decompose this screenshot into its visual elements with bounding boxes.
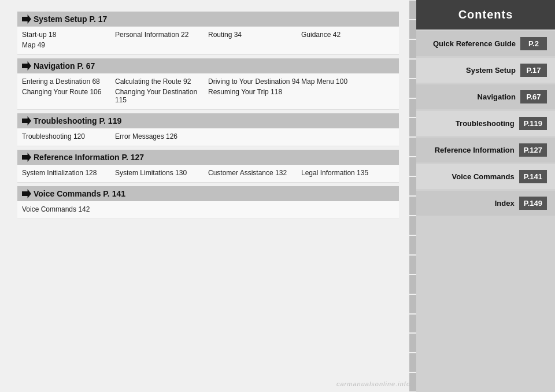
- content-cell: [208, 205, 301, 214]
- sidebar-item-quick-reference-guide[interactable]: Quick Reference GuideP.2: [416, 31, 555, 56]
- content-row: Start-up 18Personal Information 22Routin…: [22, 30, 394, 39]
- arrow-icon: [22, 61, 31, 71]
- content-cell: Routing 34: [208, 30, 301, 39]
- content-cell: Calculating the Route 92: [115, 77, 208, 86]
- arrow-icon: [22, 189, 31, 198]
- content-cell: System Limitations 130: [115, 168, 208, 177]
- stripe-border: [409, 0, 416, 392]
- arrow-icon: [22, 14, 31, 24]
- sidebar-item-voice-commands[interactable]: Voice CommandsP.141: [416, 164, 555, 189]
- content-row: System Initialization 128System Limitati…: [22, 168, 394, 177]
- sidebar-item-troubleshooting[interactable]: TroubleshootingP.119: [416, 111, 555, 136]
- content-row: Map 49: [22, 40, 394, 50]
- sidebar-item-label: Quick Reference Guide: [424, 39, 516, 48]
- section-content-system-setup: Start-up 18Personal Information 22Routin…: [17, 27, 399, 55]
- content-cell: [301, 132, 394, 141]
- content-cell: Changing Your Route 106: [22, 87, 115, 105]
- page-badge: P.149: [519, 197, 547, 210]
- section-header-system-setup: System Setup P. 17: [17, 12, 399, 27]
- page-badge: P.127: [519, 143, 547, 157]
- content-cell: Personal Information 22: [115, 30, 208, 39]
- sidebar-title: Contents: [416, 0, 555, 29]
- page-badge: P.141: [519, 170, 547, 183]
- sidebar-item-label: System Setup: [424, 66, 516, 75]
- content-cell: Entering a Destination 68: [22, 77, 115, 86]
- content-cell: [301, 87, 394, 105]
- page-badge: P.119: [519, 117, 547, 130]
- section-header-voice-commands: Voice Commands P. 141: [17, 186, 399, 201]
- sidebar-item-label: Troubleshooting: [424, 119, 515, 128]
- section-title-reference-information: Reference Information P. 127: [34, 153, 144, 162]
- sidebar-item-index[interactable]: IndexP.149: [416, 191, 555, 216]
- section-content-reference-information: System Initialization 128System Limitati…: [17, 165, 399, 183]
- content-cell: Guidance 42: [301, 30, 394, 39]
- sidebar-item-reference-information[interactable]: Reference InformationP.127: [416, 138, 555, 162]
- page-badge: P.67: [520, 90, 547, 103]
- content-cell: Error Messages 126: [115, 132, 208, 141]
- section-title-system-setup: System Setup P. 17: [34, 14, 107, 24]
- content-cell: [115, 40, 208, 50]
- arrow-icon: [22, 153, 31, 162]
- sidebar: Contents Quick Reference GuideP.2System …: [416, 0, 555, 392]
- content-cell: Troubleshooting 120: [22, 132, 115, 141]
- section-navigation: Navigation P. 67Entering a Destination 6…: [17, 58, 399, 110]
- sidebar-item-label: Voice Commands: [424, 172, 515, 181]
- content-cell: System Initialization 128: [22, 168, 115, 177]
- content-cell: [301, 40, 394, 50]
- sidebar-item-navigation[interactable]: NavigationP.67: [416, 84, 555, 109]
- content-cell: [115, 205, 208, 214]
- page-badge: P.17: [520, 64, 547, 77]
- sidebar-item-label: Reference Information: [424, 146, 515, 154]
- arrow-icon: [22, 116, 31, 125]
- section-content-voice-commands: Voice Commands 142: [17, 201, 399, 219]
- content-row: Changing Your Route 106Changing Your Des…: [22, 87, 394, 105]
- content-cell: Start-up 18: [22, 30, 115, 39]
- content-cell: Map Menu 100: [301, 77, 394, 86]
- section-header-troubleshooting: Troubleshooting P. 119: [17, 113, 399, 128]
- content-cell: Legal Information 135: [301, 168, 394, 177]
- content-cell: [208, 132, 301, 141]
- sidebar-item-system-setup[interactable]: System SetupP.17: [416, 58, 555, 83]
- section-title-voice-commands: Voice Commands P. 141: [34, 189, 125, 198]
- section-title-navigation: Navigation P. 67: [34, 61, 95, 71]
- section-content-navigation: Entering a Destination 68Calculating the…: [17, 73, 399, 110]
- section-reference-information: Reference Information P. 127System Initi…: [17, 150, 399, 183]
- sidebar-item-label: Index: [424, 199, 515, 208]
- section-content-troubleshooting: Troubleshooting 120Error Messages 126: [17, 128, 399, 146]
- sidebar-item-label: Navigation: [424, 93, 516, 101]
- section-header-navigation: Navigation P. 67: [17, 58, 399, 73]
- section-system-setup: System Setup P. 17Start-up 18Personal In…: [17, 12, 399, 55]
- section-header-reference-information: Reference Information P. 127: [17, 150, 399, 165]
- section-troubleshooting: Troubleshooting P. 119Troubleshooting 12…: [17, 113, 399, 146]
- section-voice-commands: Voice Commands P. 141Voice Commands 142: [17, 186, 399, 219]
- watermark: carmanualsonline.info: [336, 380, 410, 387]
- content-row: Voice Commands 142: [22, 205, 394, 214]
- content-cell: Driving to Your Destination 94: [208, 77, 301, 86]
- main-content: System Setup P. 17Start-up 18Personal In…: [0, 0, 416, 392]
- content-cell: [208, 40, 301, 50]
- content-cell: Customer Assistance 132: [208, 168, 301, 177]
- content-row: Troubleshooting 120Error Messages 126: [22, 132, 394, 141]
- content-cell: Resuming Your Trip 118: [208, 87, 301, 105]
- content-cell: [301, 205, 394, 214]
- page-badge: P.2: [520, 37, 547, 50]
- content-cell: Map 49: [22, 40, 115, 50]
- content-row: Entering a Destination 68Calculating the…: [22, 77, 394, 86]
- content-cell: Voice Commands 142: [22, 205, 115, 214]
- section-title-troubleshooting: Troubleshooting P. 119: [34, 116, 121, 125]
- content-cell: Changing Your Destination 115: [115, 87, 208, 105]
